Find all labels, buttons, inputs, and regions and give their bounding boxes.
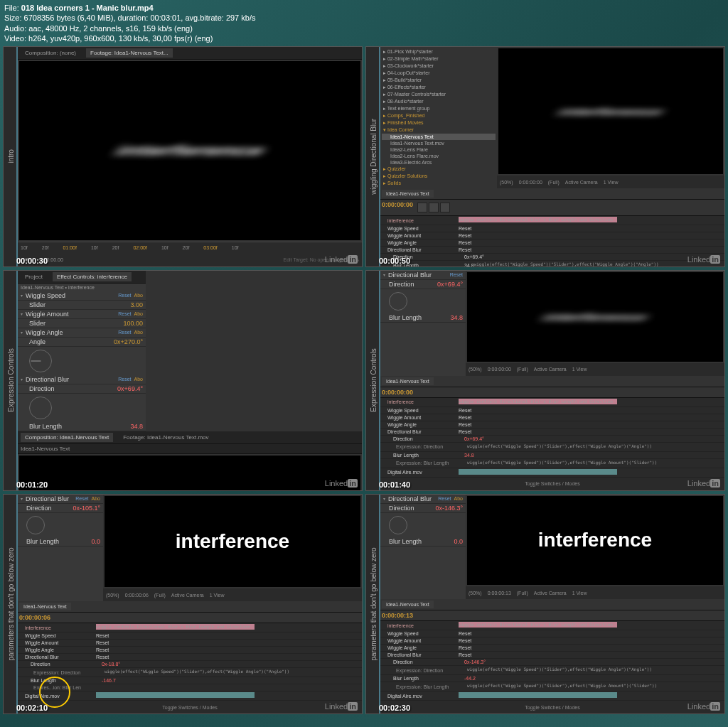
blurred-text: interference [114,143,266,159]
linkedin-badge: Linkedin [687,255,720,264]
sidebar-label: parameters that don't go below zero [366,495,380,714]
audio-value: aac, 48000 Hz, 2 channels, s16, 159 kb/s… [28,24,193,33]
expr-bar: wiggle controls Directional Blur's Blur … [459,217,617,222]
file-metadata: File: 018 Idea corners 1 - Manic blur.mp… [0,0,728,46]
frame-3: Expression Controls ProjectEffect Contro… [3,270,363,491]
effect-controls-panel[interactable]: ProjectEffect Controls: interference Ide… [18,271,146,431]
angle-dial[interactable] [29,397,52,419]
frame-5: parameters that don't go below zero ▾Dir… [3,494,363,715]
frame-2: wiggling Directional Blur ▸ 01-Pick Whip… [365,46,725,267]
linkedin-badge: Linkedin [325,479,358,488]
sidebar-label: wiggling Directional Blur [366,47,380,266]
preview-viewer: interference [467,496,723,586]
preview-viewer: interference [105,496,360,588]
linkedin-badge: Linkedin [325,255,358,264]
viewer-status: (50%)0:00:00:00(Full)Active Camera1 View [497,176,724,188]
angle-dial[interactable] [389,516,407,534]
size-value: 6708356 bytes (6,40 MiB), duration: 00:0… [24,14,256,22]
sidebar-label: parameters that don't go below zero [4,495,18,714]
tab-composition[interactable]: Composition: (none) [21,48,80,58]
interference-text: interference [538,529,652,551]
preview-viewer: interference [467,272,723,362]
timestamp: 00:02:30 [379,704,410,712]
sidebar-label: Expression Controls [4,271,18,490]
project-panel[interactable]: ▸ 01-Pick Whip*starter▸ 02-Simple Math*s… [380,47,497,188]
linkedin-badge: Linkedin [687,479,720,488]
size-label: Size: [4,14,21,22]
timestamp: 00:02:10 [16,704,48,712]
status-bar: (50%)0:00:00.00Edit Target: No open comp… [18,254,362,266]
angle-dial[interactable] [29,350,52,372]
timestamp: 00:00:30 [16,257,48,265]
time-ruler[interactable]: 10f20f01:00f10f20f02:00f10f20f03:00f10f [18,242,362,254]
timeline-panel[interactable]: Idea1-Nervous Text 0:00:00:00 interferen… [380,376,724,490]
timeline-panel[interactable]: Idea1-Nervous Text 0:00:00:13 interferen… [380,599,724,713]
frame-1: intro Composition: (none) Footage: Idea1… [3,46,363,267]
selected-comp: Idea1-Nervous Text [382,134,496,140]
linkedin-badge: Linkedin [687,702,720,711]
tab-footage[interactable]: Footage: Idea1-Nervous Text... [86,48,173,58]
angle-dial[interactable] [26,516,45,534]
preview-viewer: interference [19,61,360,240]
effect-controls-panel[interactable]: ▾Directional BlurReset Direction0x+69.4°… [380,271,466,376]
angle-dial[interactable] [389,292,407,311]
timestamp: 00:00:50 [379,257,410,265]
preview-viewer: interference [19,456,360,491]
timestamp: 00:01:20 [16,480,48,489]
frame-6: parameters that don't go below zero ▾Dir… [365,494,725,715]
composition-tabs: Composition: (none) Footage: Idea1-Nervo… [18,47,362,60]
thumbnail-grid: intro Composition: (none) Footage: Idea1… [0,46,728,714]
linkedin-badge: Linkedin [325,702,358,711]
sidebar-label: intro [4,47,18,266]
timeline-panel[interactable]: Idea1-Nervous Text 0:00:00:00 interferen… [380,188,724,267]
effect-controls-panel[interactable]: ▾Directional BlurResetAbo Direction0x-10… [18,495,103,602]
file-label: File: [4,4,19,12]
video-value: h264, yuv420p, 960x600, 130 kb/s, 30,00 … [28,34,213,43]
audio-label: Audio: [4,24,26,33]
frame-4: Expression Controls ▾Directional BlurRes… [365,270,725,491]
timeline-panel[interactable]: Idea1-Nervous Text 0:00:00:06 interferen… [18,601,362,713]
preview-viewer: interference [498,48,723,174]
interference-text: interference [176,530,289,553]
timestamp: 00:01:40 [379,480,410,489]
effect-controls-panel[interactable]: ▾Directional BlurResetAbo Direction0x-14… [380,495,466,600]
video-label: Video: [4,34,26,43]
sidebar-label: Expression Controls [366,271,380,490]
file-name: 018 Idea corners 1 - Manic blur.mp4 [21,4,154,12]
